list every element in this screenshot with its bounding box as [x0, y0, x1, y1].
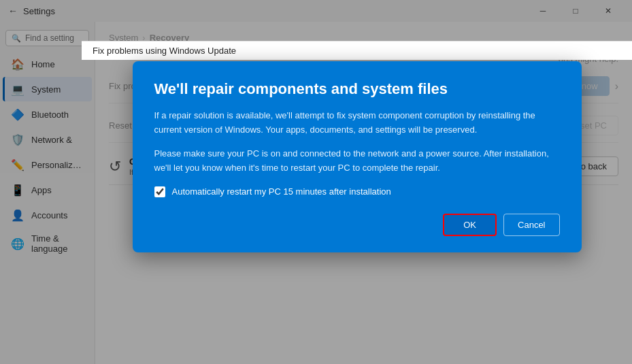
repair-dialog: We'll repair components and system files…: [133, 61, 582, 252]
dialog-title: We'll repair components and system files: [154, 80, 560, 98]
cancel-button[interactable]: Cancel: [503, 214, 559, 236]
dialog-buttons: OK Cancel: [154, 214, 560, 236]
dialog-overlay: We'll repair components and system files…: [82, 54, 632, 364]
checkbox-row: Automatically restart my PC 15 minutes a…: [154, 186, 560, 197]
auto-restart-checkbox[interactable]: [154, 186, 165, 197]
dialog-body-2: Please make sure your PC is on and conne…: [154, 147, 560, 176]
ok-button[interactable]: OK: [443, 214, 497, 236]
auto-restart-label: Automatically restart my PC 15 minutes a…: [172, 186, 391, 197]
dialog-body-1: If a repair solution is available, we'll…: [154, 109, 560, 137]
